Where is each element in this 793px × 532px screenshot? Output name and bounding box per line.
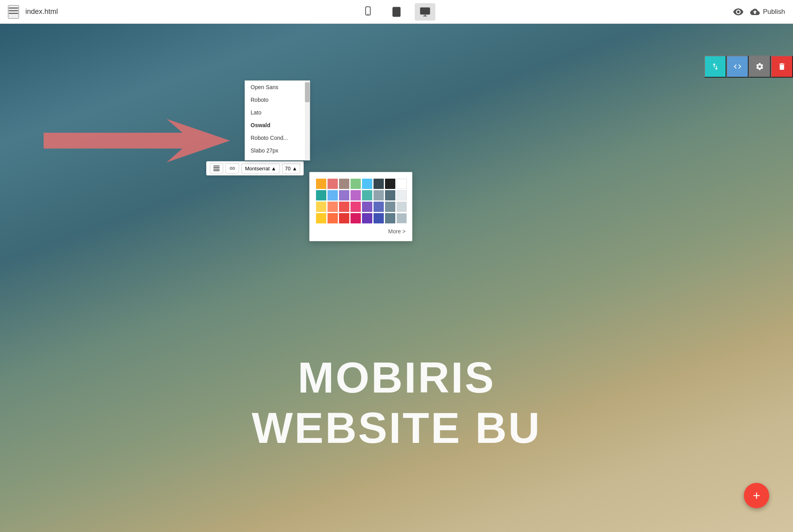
arrow-container — [32, 111, 230, 170]
font-selector[interactable]: Montserrat ▲ — [241, 164, 280, 174]
svg-point-6 — [396, 15, 397, 15]
font-dropdown-scroll[interactable]: Open Sans Roboto Lato Oswald Roboto Cond… — [245, 81, 310, 160]
canvas-area: MOBIRIS WEBSITE BU Open Sans Roboto Lato… — [0, 24, 793, 532]
color-grid — [316, 179, 406, 223]
font-item-robotocond[interactable]: Roboto Cond... — [245, 132, 310, 144]
svg-rect-14 — [213, 170, 220, 171]
scrollbar-thumb — [305, 82, 310, 102]
color-swatch[interactable] — [328, 213, 338, 223]
file-title: index.html — [25, 8, 58, 16]
sort-button[interactable] — [704, 55, 726, 78]
font-size-label: 70 ▲ — [285, 166, 297, 172]
svg-rect-12 — [213, 167, 220, 168]
delete-button[interactable] — [771, 55, 793, 78]
color-swatch[interactable] — [328, 202, 338, 212]
svg-marker-10 — [44, 119, 230, 162]
color-swatch[interactable] — [328, 179, 338, 189]
color-swatch[interactable] — [339, 179, 349, 189]
color-swatch[interactable] — [328, 190, 338, 200]
preview-button[interactable] — [733, 6, 744, 17]
website-line2: WEBSITE BU — [0, 402, 793, 453]
color-swatch[interactable] — [385, 213, 395, 223]
svg-rect-0 — [9, 8, 18, 9]
color-swatch[interactable] — [351, 179, 361, 189]
font-item-opensans[interactable]: Open Sans — [245, 81, 310, 93]
dropdown-scrollbar[interactable] — [305, 81, 310, 160]
color-swatch[interactable] — [396, 179, 407, 189]
font-item-lato[interactable]: Lato — [245, 106, 310, 119]
align-button[interactable] — [210, 163, 223, 174]
settings-button[interactable] — [749, 55, 771, 78]
color-swatch[interactable] — [374, 202, 384, 212]
text-toolbar: Montserrat ▲ 70 ▲ — [206, 161, 304, 175]
website-line1: MOBIRIS — [0, 352, 793, 402]
color-swatch[interactable] — [339, 202, 349, 212]
svg-rect-11 — [213, 166, 220, 166]
svg-rect-2 — [9, 13, 18, 14]
website-text: MOBIRIS WEBSITE BU — [0, 352, 793, 453]
color-swatch[interactable] — [374, 179, 384, 189]
font-selector-label: Montserrat ▲ — [245, 166, 276, 172]
color-swatch[interactable] — [362, 213, 372, 223]
svg-point-4 — [368, 13, 368, 14]
svg-rect-13 — [213, 169, 220, 170]
color-swatch[interactable] — [362, 190, 372, 200]
color-swatch[interactable] — [351, 213, 361, 223]
background-image — [0, 24, 793, 532]
topbar-left: index.html — [8, 5, 58, 19]
topbar-center — [358, 3, 435, 21]
color-swatch[interactable] — [374, 213, 384, 223]
color-swatch[interactable] — [316, 202, 326, 212]
arrow-icon — [32, 111, 230, 170]
font-size-selector[interactable]: 70 ▲ — [282, 164, 300, 174]
desktop-device-btn[interactable] — [415, 3, 435, 21]
color-swatch[interactable] — [316, 190, 326, 200]
publish-button[interactable]: Publish — [750, 7, 785, 17]
link-button[interactable] — [226, 163, 239, 174]
hamburger-menu-button[interactable] — [8, 5, 19, 19]
color-swatch[interactable] — [339, 213, 349, 223]
publish-label: Publish — [763, 8, 785, 16]
svg-rect-1 — [9, 10, 18, 11]
svg-rect-7 — [420, 8, 429, 14]
color-swatch[interactable] — [351, 190, 361, 200]
color-swatch[interactable] — [339, 190, 349, 200]
color-swatch[interactable] — [396, 202, 407, 212]
code-button[interactable] — [726, 55, 749, 78]
color-swatch[interactable] — [351, 202, 361, 212]
color-swatch[interactable] — [362, 202, 372, 212]
color-more-button[interactable]: More > — [316, 228, 406, 235]
fab-add-button[interactable]: + — [744, 483, 769, 508]
color-swatch[interactable] — [374, 190, 384, 200]
color-swatch[interactable] — [362, 179, 372, 189]
top-right-toolbar — [704, 55, 793, 78]
color-swatch[interactable] — [316, 179, 326, 189]
font-dropdown: Open Sans Roboto Lato Oswald Roboto Cond… — [245, 80, 310, 160]
color-swatch[interactable] — [316, 213, 326, 223]
font-item-slabo[interactable]: Slabo 27px — [245, 144, 310, 157]
color-swatch[interactable] — [396, 213, 407, 223]
mobile-device-btn[interactable] — [358, 3, 378, 21]
topbar-right: Publish — [733, 6, 785, 17]
color-picker: More > — [309, 172, 412, 241]
color-swatch[interactable] — [396, 190, 407, 200]
font-item-lora[interactable]: Lora — [245, 157, 310, 160]
font-item-oswald[interactable]: Oswald — [245, 119, 310, 132]
color-swatch[interactable] — [385, 202, 395, 212]
color-swatch[interactable] — [385, 190, 395, 200]
font-item-roboto[interactable]: Roboto — [245, 93, 310, 106]
tablet-device-btn[interactable] — [386, 3, 407, 21]
topbar: index.html — [0, 0, 793, 24]
color-swatch[interactable] — [385, 179, 395, 189]
